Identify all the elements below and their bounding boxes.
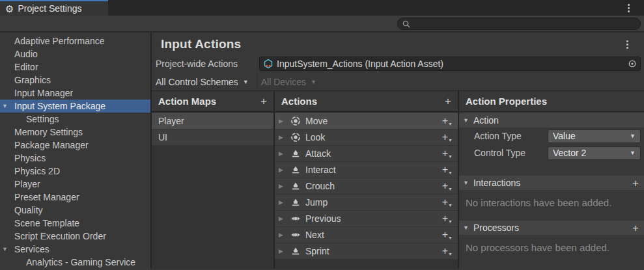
object-picker-button[interactable] [624, 57, 640, 70]
foldout-collapsed-icon[interactable]: ▶ [279, 183, 285, 189]
chevron-down-icon: ▼ [630, 133, 636, 139]
interactions-section-header[interactable]: ▼ Interactions + [459, 176, 644, 190]
action-maps-list: Player UI [152, 112, 273, 145]
add-binding-button[interactable]: +▼ [442, 198, 453, 208]
add-processor-button[interactable]: + [632, 223, 639, 234]
action-type-dropdown[interactable]: Value ▼ [548, 129, 641, 143]
input-actions-panel: Input Actions Project-wide Actions Input… [152, 33, 644, 269]
sidebar-item-services[interactable]: ▼ Services [0, 243, 150, 256]
foldout-collapsed-icon[interactable]: ▶ [279, 150, 285, 157]
tab-bar: ⚙ Project Settings [0, 0, 644, 16]
panel-menu-kebab-icon[interactable] [622, 39, 632, 49]
add-binding-button[interactable]: +▼ [442, 214, 453, 224]
button-icon [290, 197, 301, 208]
add-binding-button[interactable]: +▼ [442, 165, 453, 175]
foldout-expanded-icon[interactable]: ▼ [463, 224, 469, 231]
button-icon [290, 181, 301, 192]
action-row-attack[interactable]: ▶ Attack +▼ [275, 146, 458, 161]
chevron-down-icon: ▼ [311, 79, 316, 85]
foldout-expanded-icon[interactable]: ▼ [463, 117, 469, 124]
project-settings-window: ⚙ Project Settings Adaptive Performance … [0, 0, 644, 270]
sidebar-item-physics[interactable]: Physics [0, 152, 150, 165]
panel-header: Input Actions [152, 33, 644, 56]
sidebar-item-quality[interactable]: Quality [0, 204, 150, 217]
sidebar-item-physics-2d[interactable]: Physics 2D [0, 165, 150, 178]
action-maps-header: Action Maps + [152, 91, 273, 112]
add-binding-button[interactable]: +▼ [442, 149, 453, 159]
tab-project-settings[interactable]: ⚙ Project Settings [0, 0, 108, 16]
stick-icon [290, 116, 301, 127]
action-row-jump[interactable]: ▶ Jump +▼ [275, 195, 458, 210]
add-binding-button[interactable]: +▼ [442, 247, 453, 256]
action-row-move[interactable]: ▶ Move +▼ [275, 113, 458, 129]
add-binding-button[interactable]: +▼ [442, 182, 453, 191]
add-interaction-button[interactable]: + [632, 178, 639, 189]
sidebar-item-adaptive-performance[interactable]: Adaptive Performance [0, 34, 150, 47]
action-row-previous[interactable]: ▶ Previous +▼ [275, 211, 458, 226]
action-row-next[interactable]: ▶ Next +▼ [275, 227, 458, 243]
search-input[interactable] [397, 18, 641, 30]
foldout-expanded-icon[interactable]: ▼ [463, 180, 469, 186]
action-type-label: Action Type [474, 131, 548, 141]
action-properties-column: Action Properties ▼ Action Action Type V… [459, 91, 644, 269]
control-type-row: Control Type Vector 2 ▼ [459, 144, 644, 161]
sidebar-item-input-system-package[interactable]: ▼ Input System Package [0, 100, 150, 113]
action-type-row: Action Type Value ▼ [459, 128, 644, 144]
action-map-row-player[interactable]: Player [152, 113, 273, 129]
foldout-collapsed-icon[interactable]: ▶ [279, 118, 285, 124]
action-row-interact[interactable]: ▶ Interact +▼ [275, 162, 458, 178]
gear-icon: ⚙ [5, 4, 14, 14]
processors-section-header[interactable]: ▼ Processors + [459, 221, 644, 235]
input-action-asset-field[interactable]: InputSystem_Actions (Input Action Asset) [259, 57, 641, 71]
input-action-asset-icon [263, 59, 273, 69]
interactions-empty-message: No interactions have been added. [459, 197, 644, 208]
action-properties-header: Action Properties [459, 91, 644, 112]
action-row-look[interactable]: ▶ Look +▼ [275, 129, 458, 145]
add-binding-button[interactable]: +▼ [442, 116, 453, 126]
devices-dropdown[interactable]: All Devices ▼ [257, 73, 324, 90]
page-title: Input Actions [161, 37, 241, 51]
add-action-map-button[interactable]: + [260, 96, 267, 107]
foldout-collapsed-icon[interactable]: ▶ [279, 199, 285, 206]
foldout-collapsed-icon[interactable]: ▶ [279, 167, 285, 173]
sidebar-item-preset-manager[interactable]: Preset Manager [0, 191, 150, 204]
action-map-row-ui[interactable]: UI [152, 129, 273, 145]
sidebar-item-package-manager[interactable]: Package Manager [0, 139, 150, 152]
foldout-expanded-icon[interactable]: ▼ [2, 100, 8, 113]
project-wide-actions-row: Project-wide Actions InputSystem_Actions… [152, 56, 644, 72]
sidebar-item-memory-settings[interactable]: Memory Settings [0, 126, 150, 139]
button-icon [290, 246, 301, 257]
sidebar-item-player[interactable]: Player [0, 178, 150, 191]
search-icon [402, 20, 411, 29]
settings-toolbar [0, 16, 644, 33]
foldout-collapsed-icon[interactable]: ▶ [279, 215, 285, 222]
foldout-collapsed-icon[interactable]: ▶ [279, 134, 285, 141]
actions-list: ▶ Move +▼ ▶ Look +▼ ▶ [275, 112, 458, 259]
window-menu-kebab-icon[interactable] [623, 3, 634, 13]
sidebar-item-settings[interactable]: Settings [0, 113, 150, 126]
action-row-crouch[interactable]: ▶ Crouch +▼ [275, 178, 458, 194]
action-maps-column: Action Maps + Player UI [152, 91, 275, 269]
chevron-down-icon: ▼ [243, 79, 249, 85]
sidebar-item-audio[interactable]: Audio [0, 47, 150, 61]
stick-icon [290, 132, 301, 143]
project-wide-actions-label: Project-wide Actions [156, 59, 259, 69]
control-type-dropdown[interactable]: Vector 2 ▼ [548, 146, 641, 160]
control-schemes-dropdown[interactable]: All Control Schemes ▼ [152, 73, 257, 90]
add-binding-button[interactable]: +▼ [442, 133, 453, 142]
add-action-button[interactable]: + [445, 96, 451, 107]
foldout-collapsed-icon[interactable]: ▶ [279, 248, 285, 254]
sidebar-item-graphics[interactable]: Graphics [0, 74, 150, 87]
actions-editor-columns: Action Maps + Player UI [152, 91, 644, 269]
sidebar-item-analytics-gaming-services[interactable]: Analytics - Gaming Service [0, 256, 150, 269]
sidebar-item-script-execution-order[interactable]: Script Execution Order [0, 230, 150, 243]
add-binding-button[interactable]: +▼ [442, 230, 453, 240]
action-row-sprint[interactable]: ▶ Sprint +▼ [275, 243, 458, 259]
sidebar-item-editor[interactable]: Editor [0, 61, 150, 74]
sidebar-item-input-manager[interactable]: Input Manager [0, 87, 150, 100]
action-section-header[interactable]: ▼ Action [459, 113, 644, 128]
sidebar-item-scene-template[interactable]: Scene Template [0, 217, 150, 230]
foldout-collapsed-icon[interactable]: ▶ [279, 232, 285, 238]
foldout-expanded-icon[interactable]: ▼ [2, 243, 8, 256]
object-picker-icon [628, 59, 637, 68]
